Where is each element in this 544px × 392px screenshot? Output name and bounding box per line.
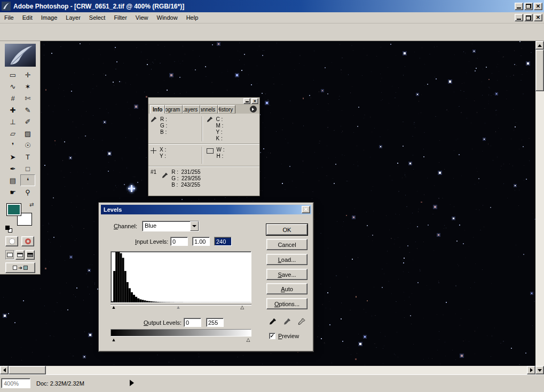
jump-to-imageready-button[interactable]: ➔	[5, 262, 35, 273]
foreground-color-swatch[interactable]	[6, 203, 21, 216]
scroll-down-button[interactable]	[535, 366, 544, 374]
info-r-label: R :	[160, 116, 167, 123]
fullscreen-with-menu-button[interactable]	[15, 250, 25, 260]
standard-screen-mode-button[interactable]	[5, 250, 14, 260]
palette-minimize-button[interactable]	[243, 98, 250, 104]
pen-tool[interactable]: ✒	[5, 163, 20, 174]
zoom-tool[interactable]: ⚲	[20, 186, 35, 198]
doc-close-button[interactable]: ✕	[534, 14, 542, 21]
eraser-tool[interactable]: ▱	[5, 127, 20, 139]
info-palette-tab-histogram[interactable]: Histogram	[165, 105, 183, 114]
cancel-button[interactable]: Cancel	[266, 239, 308, 250]
scroll-right-button[interactable]	[527, 366, 535, 374]
info-palette-tabs: InfoHistogramLayersChannelsHistory	[148, 105, 259, 114]
palette-menu-button[interactable]	[250, 106, 257, 113]
horizontal-scroll-thumb[interactable]	[9, 366, 46, 374]
info-palette-tab-layers[interactable]: Layers	[183, 105, 200, 114]
magic-wand-icon: ✶	[25, 83, 31, 91]
eyedropper-tool[interactable]: ❛	[20, 174, 35, 186]
info-palette-tab-channels[interactable]: Channels	[200, 105, 218, 114]
clone-stamp-tool[interactable]: ⊥	[5, 116, 20, 127]
scroll-up-button[interactable]	[535, 41, 544, 50]
hand-tool[interactable]: ☛	[5, 186, 20, 198]
type-tool[interactable]: T	[20, 151, 35, 163]
standard-mode-button[interactable]	[5, 236, 18, 246]
save-button[interactable]: Save...	[266, 269, 308, 280]
close-button[interactable]: ✕	[534, 3, 542, 10]
slice-tool[interactable]: ✄	[20, 92, 35, 104]
set-gray-point-button[interactable]	[281, 316, 293, 327]
output-highlight-field[interactable]	[206, 318, 224, 327]
healing-brush-tool[interactable]: ✚	[5, 104, 20, 116]
blur-tool[interactable]: ❜	[5, 139, 20, 151]
shape-tool[interactable]: □	[20, 163, 35, 174]
zoom-icon: ⚲	[25, 188, 30, 196]
palette-close-button[interactable]: ✕	[251, 98, 258, 104]
black-point-eyedropper-icon	[269, 318, 277, 325]
channel-dropdown[interactable]: Blue	[142, 221, 199, 231]
menu-help[interactable]: Help	[182, 13, 203, 22]
input-shadow-field[interactable]	[170, 237, 188, 246]
info-palette-tab-info[interactable]: Info	[150, 105, 165, 114]
path-selection-tool[interactable]: ➤	[5, 151, 20, 163]
menu-image[interactable]: Image	[37, 13, 62, 22]
restore-button[interactable]	[524, 3, 533, 10]
input-slider-track[interactable]	[111, 304, 251, 306]
input-gamma-field[interactable]	[192, 237, 210, 246]
menu-select[interactable]: Select	[85, 13, 110, 22]
auto-button[interactable]: Auto	[266, 283, 308, 294]
options-button[interactable]: Options...	[266, 298, 308, 309]
window-titlebar[interactable]: Adobe Photoshop - [CRW_0651_2.tif @ 400%…	[0, 0, 544, 12]
menu-layer[interactable]: Layer	[61, 13, 85, 22]
horizontal-scrollbar[interactable]	[0, 366, 535, 374]
doc-minimize-button[interactable]	[515, 14, 523, 21]
gradient-tool[interactable]: ▨	[20, 127, 35, 139]
output-highlight-slider[interactable]: △	[246, 338, 251, 342]
crop-icon: #	[11, 94, 14, 102]
info-palette-tab-history[interactable]: History	[218, 105, 235, 114]
set-black-point-button[interactable]	[267, 316, 279, 327]
magic-wand-tool[interactable]: ✶	[20, 81, 35, 92]
history-brush-tool[interactable]: ✐	[20, 116, 35, 127]
menu-edit[interactable]: Edit	[18, 13, 37, 22]
load-button[interactable]: Load...	[266, 254, 308, 265]
input-highlight-field[interactable]	[214, 237, 232, 246]
fullscreen-mode-button[interactable]	[26, 250, 35, 260]
swap-colors-icon[interactable]: ⇄	[29, 202, 34, 207]
doc-restore-button[interactable]	[524, 14, 533, 21]
channel-dropdown-arrow[interactable]	[190, 221, 199, 231]
levels-close-button[interactable]: ✕	[302, 206, 310, 213]
color-sampler-marker[interactable]	[128, 185, 135, 192]
input-shadow-slider[interactable]: ▲	[111, 305, 116, 310]
ok-button[interactable]: OK	[266, 224, 308, 235]
input-gamma-slider[interactable]: ▲	[176, 305, 181, 310]
menu-filter[interactable]: Filter	[109, 13, 131, 22]
menu-window[interactable]: Window	[153, 13, 182, 22]
menu-file[interactable]: File	[0, 13, 18, 22]
output-shadow-slider[interactable]: ▲	[111, 338, 116, 342]
quick-mask-mode-button[interactable]	[21, 236, 34, 246]
lasso-tool[interactable]: ∿	[5, 81, 20, 92]
input-highlight-slider[interactable]: △	[240, 305, 245, 310]
minimize-button[interactable]	[515, 3, 523, 10]
rectangular-marquee-tool[interactable]: ▭	[5, 69, 20, 81]
zoom-level-field[interactable]	[1, 378, 30, 388]
eyedropper-icon	[207, 116, 213, 123]
brush-tool[interactable]: ✎	[20, 104, 35, 116]
vertical-scroll-thumb[interactable]	[535, 50, 544, 91]
output-shadow-field[interactable]	[184, 318, 201, 327]
scroll-left-button[interactable]	[0, 366, 9, 374]
levels-dialog-titlebar[interactable]: Levels ✕	[101, 205, 311, 214]
notes-tool[interactable]: ▤	[5, 174, 20, 186]
vertical-scrollbar[interactable]	[535, 41, 544, 374]
set-white-point-button[interactable]	[296, 316, 308, 327]
default-colors-icon[interactable]	[5, 226, 13, 233]
move-tool[interactable]: ✛	[20, 69, 35, 81]
info-palette-titlebar[interactable]: ✕	[148, 98, 259, 105]
dodge-tool[interactable]: ☉	[20, 139, 35, 151]
status-menu-arrow[interactable]	[130, 380, 137, 386]
preview-checkbox[interactable]: ✓	[269, 333, 275, 339]
menu-view[interactable]: View	[131, 13, 153, 22]
crop-tool[interactable]: #	[5, 92, 20, 104]
photoshop-feather-logo[interactable]	[5, 44, 36, 67]
